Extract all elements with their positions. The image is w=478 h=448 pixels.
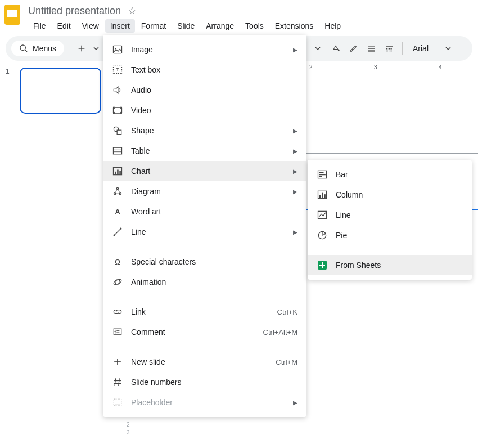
insert-item-link[interactable]: LinkCtrl+K bbox=[103, 302, 306, 322]
insert-item-special-characters[interactable]: ΩSpecial characters bbox=[103, 252, 306, 272]
insert-item-image[interactable]: Image▶ bbox=[103, 39, 306, 60]
chart-item-bar[interactable]: Bar bbox=[308, 164, 472, 185]
separator bbox=[103, 347, 306, 347]
omega-icon: Ω bbox=[112, 256, 123, 267]
svg-rect-59 bbox=[319, 174, 326, 175]
insert-item-text-box[interactable]: TText box bbox=[103, 60, 306, 80]
border-dash-button[interactable] bbox=[382, 41, 398, 56]
submenu-arrow-icon: ▶ bbox=[293, 189, 297, 195]
chart-item-column[interactable]: Column bbox=[308, 185, 472, 205]
pie-icon bbox=[317, 230, 328, 241]
menu-item-label: Chart bbox=[131, 167, 285, 176]
video-icon bbox=[112, 105, 123, 116]
audio-icon bbox=[112, 84, 123, 96]
insert-item-placeholder: Placeholder▶ bbox=[103, 392, 306, 413]
insert-item-audio[interactable]: Audio bbox=[103, 80, 306, 100]
star-icon[interactable]: ☆ bbox=[128, 5, 137, 17]
shape-icon bbox=[112, 125, 123, 136]
insert-item-word-art[interactable]: AWord art bbox=[103, 201, 306, 222]
svg-rect-62 bbox=[319, 195, 321, 198]
wordart-icon: A bbox=[112, 206, 123, 217]
svg-line-35 bbox=[118, 190, 120, 193]
menu-item-label: Diagram bbox=[131, 187, 285, 196]
menu-item-label: Line bbox=[131, 227, 285, 236]
bar-icon bbox=[317, 169, 328, 180]
app-logo[interactable] bbox=[4, 3, 22, 26]
menu-item-label: Word art bbox=[131, 207, 297, 216]
menu-item-label: Image bbox=[131, 45, 285, 54]
insert-item-table[interactable]: Table▶ bbox=[103, 141, 306, 161]
animation-icon bbox=[112, 276, 123, 288]
svg-line-39 bbox=[115, 229, 120, 235]
menu-view[interactable]: View bbox=[77, 19, 104, 33]
insert-item-shape[interactable]: Shape▶ bbox=[103, 120, 306, 141]
svg-line-34 bbox=[115, 190, 117, 193]
menu-item-label: New slide bbox=[131, 357, 268, 366]
submenu-arrow-icon: ▶ bbox=[293, 47, 297, 53]
border-weight-button[interactable] bbox=[364, 41, 380, 56]
menu-help[interactable]: Help bbox=[319, 19, 346, 33]
insert-item-animation[interactable]: Animation bbox=[103, 272, 306, 292]
insert-item-new-slide[interactable]: New slideCtrl+M bbox=[103, 352, 306, 372]
comment-icon bbox=[112, 326, 123, 338]
new-slide-dropdown[interactable] bbox=[92, 41, 101, 56]
insert-item-comment[interactable]: CommentCtrl+Alt+M bbox=[103, 322, 306, 342]
menu-item-label: Column bbox=[336, 190, 463, 199]
chart-icon bbox=[112, 165, 123, 177]
svg-text:T: T bbox=[116, 67, 119, 73]
svg-point-4 bbox=[338, 50, 340, 51]
menu-format[interactable]: Format bbox=[136, 19, 171, 33]
menu-item-label: Audio bbox=[131, 86, 297, 95]
chart-item-from-sheets[interactable]: From Sheets bbox=[308, 255, 472, 275]
menu-item-label: Bar bbox=[336, 170, 463, 179]
svg-point-32 bbox=[114, 193, 115, 195]
menu-item-label: Slide numbers bbox=[131, 378, 297, 387]
submenu-arrow-icon: ▶ bbox=[293, 128, 297, 134]
chevron-down-button[interactable] bbox=[310, 41, 326, 56]
document-title[interactable]: Untitled presentation bbox=[28, 5, 121, 17]
menu-extensions[interactable]: Extensions bbox=[270, 19, 318, 33]
menu-item-label: Special characters bbox=[131, 257, 297, 266]
menu-arrange[interactable]: Arrange bbox=[201, 19, 239, 33]
menu-file[interactable]: File bbox=[28, 19, 51, 33]
insert-item-diagram[interactable]: Diagram▶ bbox=[103, 181, 306, 201]
svg-point-40 bbox=[120, 228, 121, 230]
linechart-icon bbox=[317, 209, 328, 221]
insert-item-chart[interactable]: Chart▶ bbox=[103, 161, 306, 181]
table-icon bbox=[112, 145, 123, 156]
chart-item-pie[interactable]: Pie bbox=[308, 225, 472, 245]
menu-slide[interactable]: Slide bbox=[172, 19, 200, 33]
shortcut: Ctrl+K bbox=[277, 308, 297, 316]
menu-item-label: Table bbox=[131, 146, 285, 155]
menu-item-label: Text box bbox=[131, 65, 297, 74]
svg-rect-28 bbox=[115, 172, 116, 174]
menu-edit[interactable]: Edit bbox=[52, 19, 76, 33]
slide-thumbnail[interactable] bbox=[20, 68, 101, 114]
separator bbox=[308, 250, 472, 250]
menu-item-label: Animation bbox=[131, 277, 297, 286]
slide-number: 1 bbox=[6, 68, 10, 111]
chart-item-line[interactable]: Line bbox=[308, 205, 472, 225]
plus-icon bbox=[112, 356, 123, 368]
svg-text:Ω: Ω bbox=[115, 258, 120, 266]
menus-label: Menus bbox=[33, 44, 56, 53]
hash-icon bbox=[112, 377, 123, 388]
border-color-button[interactable] bbox=[346, 41, 362, 56]
new-slide-button[interactable] bbox=[74, 41, 89, 56]
insert-item-slide-numbers[interactable]: Slide numbers bbox=[103, 372, 306, 392]
line-icon bbox=[112, 226, 123, 238]
fill-color-button[interactable] bbox=[328, 41, 344, 56]
insert-item-video[interactable]: Video bbox=[103, 100, 306, 120]
submenu-arrow-icon: ▶ bbox=[293, 229, 297, 235]
column-icon bbox=[317, 189, 328, 200]
page-indicators: 23 bbox=[127, 421, 130, 437]
menus-button[interactable]: Menus bbox=[11, 41, 64, 56]
link-icon bbox=[112, 306, 123, 317]
font-name: Arial bbox=[413, 44, 429, 53]
menu-insert[interactable]: Insert bbox=[105, 19, 135, 33]
menubar: FileEditViewInsertFormatSlideArrangeTool… bbox=[28, 19, 474, 33]
submenu-arrow-icon: ▶ bbox=[293, 168, 297, 174]
font-select[interactable]: Arial bbox=[407, 42, 467, 55]
insert-item-line[interactable]: Line▶ bbox=[103, 222, 306, 242]
menu-tools[interactable]: Tools bbox=[240, 19, 269, 33]
